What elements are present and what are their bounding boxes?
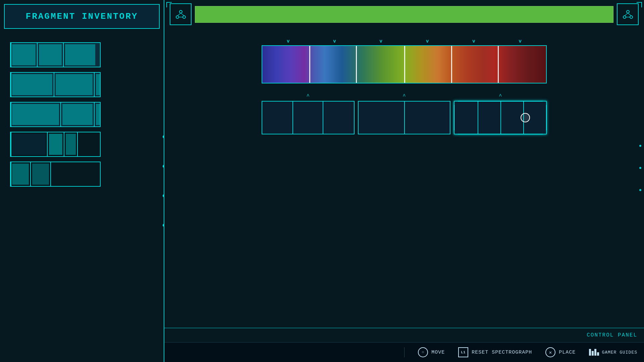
- slot-up-arrow-1: ^: [307, 94, 310, 100]
- slot-2-corner-bl: [358, 130, 362, 134]
- spec-corner-tl: [262, 45, 266, 50]
- l1-button: L1: [458, 347, 468, 357]
- slot-2-corner-tl: [358, 101, 362, 105]
- fragment-slot-group-1: ^: [262, 94, 355, 134]
- r-edge-dot-2: [639, 167, 641, 169]
- reset-label: RESET SPECTROGRAPH: [472, 350, 532, 355]
- slot-2-corner-br: [446, 130, 450, 134]
- fragment-slot-3-active[interactable]: [454, 101, 547, 134]
- fragment-item-3[interactable]: [10, 102, 101, 127]
- gg-bar-2: [592, 351, 594, 356]
- fragment-list: [0, 36, 164, 193]
- slot-1-corner-bl: [262, 130, 266, 134]
- slot-3-div-2: [500, 102, 501, 134]
- x-button: ✕: [545, 347, 555, 357]
- fragment-slot-1[interactable]: [262, 101, 355, 134]
- move-control: ○ MOVE: [418, 347, 445, 357]
- slot-1-div-2: [323, 102, 323, 134]
- gamer-guides-label: GAMER GUIDES: [602, 350, 637, 355]
- gg-bar-3: [594, 349, 596, 356]
- slot-3-div-1: [478, 102, 478, 134]
- slot-3-corner-bl: [454, 130, 458, 134]
- right-panel: v v v v v v: [164, 0, 644, 362]
- spec-arrows-row: v v v v v v: [262, 39, 547, 44]
- slot-2-div-1: [404, 102, 405, 134]
- fragment-item-1[interactable]: [10, 42, 101, 67]
- bottom-divider-1: [404, 347, 405, 357]
- spec-corner-br: [542, 79, 547, 83]
- slot-arrow-top-1: ^: [262, 94, 355, 100]
- svg-point-6: [627, 10, 629, 13]
- spec-arrow-1: v: [287, 39, 289, 44]
- reset-spectrograph-control: L1 RESET SPECTROGRAPH: [458, 347, 532, 357]
- slot-2-corner-tr: [446, 101, 450, 105]
- place-control: ✕ PLACE: [545, 347, 576, 357]
- spectrograph-container: v v v v v v: [262, 39, 547, 83]
- svg-point-2: [183, 16, 185, 18]
- spec-rainbow-bar: [262, 46, 546, 83]
- fragment-slot-group-3: ^: [454, 94, 547, 134]
- spec-arrow-2: v: [333, 39, 336, 44]
- svg-point-0: [179, 10, 182, 13]
- gg-bar-4: [597, 352, 599, 356]
- hex-icon-right: [617, 3, 639, 25]
- inventory-title: FRAGMENT INVENTORY: [26, 11, 138, 21]
- fragment-slot-group-2: ^: [358, 94, 451, 134]
- svg-line-10: [628, 13, 631, 16]
- bottom-area: CONTROL PANEL ○ MOVE L1 RESET SPECTROGRA…: [164, 328, 644, 362]
- svg-line-3: [177, 13, 181, 16]
- control-panel-label: CONTROL PANEL: [587, 332, 637, 338]
- gg-bar-1: [589, 349, 591, 356]
- bottom-controls: ○ MOVE L1 RESET SPECTROGRAPH ✕ PLACE: [164, 342, 644, 362]
- slot-arrow-top-3: ^: [454, 94, 547, 100]
- slot-3-corner-tr: [543, 101, 547, 105]
- spec-corner-tr: [542, 45, 547, 50]
- spec-bar-frame: [262, 45, 547, 83]
- slot-3-corner-tl: [454, 101, 458, 105]
- spec-divider-5: [498, 46, 499, 83]
- spec-corner-bl: [262, 79, 266, 83]
- inventory-header: FRAGMENT INVENTORY: [4, 4, 160, 29]
- svg-point-7: [623, 16, 626, 18]
- fragment-slot-2[interactable]: [358, 101, 451, 134]
- hex-icon-left: [170, 3, 192, 25]
- slot-up-arrow-2: ^: [402, 94, 406, 100]
- slot-up-arrow-3: ^: [499, 94, 502, 100]
- slot-3-corner-br: [543, 130, 547, 134]
- green-health-bar: [195, 6, 613, 23]
- main-content: v v v v v v: [164, 28, 644, 328]
- svg-point-1: [176, 16, 179, 18]
- spec-divider-3: [404, 46, 405, 83]
- slot-1-corner-br: [351, 130, 355, 134]
- fragment-item-2[interactable]: [10, 72, 101, 97]
- slot-arrow-top-2: ^: [358, 94, 451, 100]
- left-panel: FRAGMENT INVENTORY: [0, 0, 164, 362]
- fragment-item-5[interactable]: [10, 162, 101, 187]
- spec-arrow-4: v: [426, 39, 429, 44]
- target-circle: [521, 113, 530, 122]
- slot-1-corner-tr: [351, 101, 355, 105]
- top-bar: [164, 0, 644, 28]
- gamer-guides-logo: GAMER GUIDES: [589, 349, 637, 356]
- r-edge-dot-3: [639, 189, 641, 191]
- control-panel-bar: CONTROL PANEL: [164, 328, 644, 342]
- r-edge-dot-1: [639, 145, 641, 147]
- spec-arrow-3: v: [380, 39, 382, 44]
- svg-point-8: [630, 16, 633, 18]
- spec-arrow-6: v: [519, 39, 522, 44]
- hex-molecule-icon-left: [175, 8, 187, 20]
- move-label: MOVE: [431, 350, 445, 355]
- svg-line-9: [625, 13, 628, 16]
- circle-button: ○: [418, 347, 428, 357]
- spec-divider-1: [309, 46, 310, 83]
- slot-1-div-1: [292, 102, 293, 134]
- hex-molecule-icon-right: [622, 8, 634, 20]
- slot-1-corner-tl: [262, 101, 266, 105]
- spec-arrow-5: v: [472, 39, 475, 44]
- spec-divider-2: [356, 46, 357, 83]
- fragment-item-4[interactable]: [10, 132, 101, 157]
- main-container: FRAGMENT INVENTORY: [0, 0, 644, 362]
- gg-bar-icon: [589, 349, 599, 356]
- svg-line-4: [181, 13, 184, 16]
- place-label: PLACE: [559, 350, 576, 355]
